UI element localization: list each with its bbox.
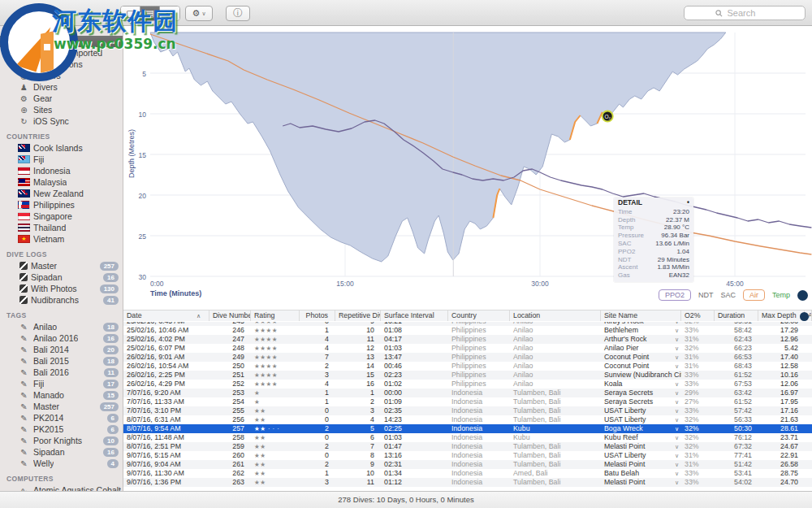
sidebar-item-cook-islands[interactable]: Cook Islands: [0, 142, 123, 154]
sidebar-item-master[interactable]: Master257: [0, 260, 123, 271]
sidebar-item-philippines[interactable]: Philippines: [0, 199, 123, 211]
chevron-down-icon[interactable]: ∨: [675, 424, 679, 433]
sidebar-item-bali-2014[interactable]: ✎Bali 201420: [0, 344, 123, 355]
sidebar-item-gear[interactable]: ⚙Gear: [0, 93, 123, 104]
sidebar-item-malaysia[interactable]: Malaysia: [0, 176, 123, 188]
column-header-country[interactable]: Country: [448, 310, 510, 321]
column-header-duration[interactable]: Duration: [715, 310, 758, 321]
sidebar-item-bali-2016[interactable]: ✎Bali 201611: [0, 367, 123, 378]
sidebar-item-dives[interactable]: ⚑Dives: [0, 36, 123, 47]
sidebar-item-fiji[interactable]: Fiji: [0, 154, 123, 165]
table-row-dive-259[interactable]: 8/07/16, 2:51 PM259★★2701:47IndonesiaTul…: [123, 442, 812, 451]
chevron-down-icon[interactable]: ∨: [675, 406, 679, 415]
chevron-down-icon[interactable]: ∨: [675, 326, 679, 335]
chevron-down-icon[interactable]: ∨: [675, 433, 679, 442]
table-row-dive-263[interactable]: 9/07/16, 1:36 PM263★★31101:12IndonesiaTu…: [123, 478, 812, 487]
table-row-dive-249[interactable]: 26/02/16, 9:01 AM249★★★★71313:47Philippi…: [123, 353, 812, 362]
column-header-max-depth[interactable]: Max Depth: [758, 310, 805, 321]
sidebar-item-vietnam[interactable]: Vietnam: [0, 233, 123, 245]
chart-toggle-sac[interactable]: SAC: [720, 291, 736, 299]
table-row-dive-252[interactable]: 26/02/16, 4:29 PM252★★★★41601:02Philippi…: [123, 380, 812, 389]
sidebar-item-pk2015[interactable]: ✎PK20156: [0, 423, 123, 435]
sidebar-item-recently-imported[interactable]: ◔Recently Imported: [0, 47, 123, 59]
chevron-down-icon[interactable]: ∨: [675, 451, 679, 460]
table-row-dive-258[interactable]: 8/07/16, 11:48 AM258★★0601:03IndonesiaKu…: [123, 433, 812, 442]
sidebar-item-with-photos[interactable]: With Photos130: [0, 283, 123, 294]
chart-toggle-ppo2[interactable]: PPO2: [659, 289, 691, 301]
chevron-down-icon[interactable]: ∨: [675, 380, 679, 389]
sidebar-item-sipadan[interactable]: ✎Sipadan16: [0, 446, 123, 458]
sidebar-item-anilao-2016[interactable]: ✎Anilao 201616: [0, 332, 123, 344]
column-header-date[interactable]: Date∧: [123, 310, 209, 321]
sidebar-item-poor-knights[interactable]: ✎Poor Knights10: [0, 435, 123, 446]
column-header-o2[interactable]: O2%: [681, 310, 715, 321]
sidebar-item-certifications[interactable]: ▤Certifications: [0, 59, 123, 70]
count-badge: 10: [103, 436, 119, 445]
table-row-dive-251[interactable]: 26/02/16, 2:25 PM251★★★★31502:23Philippi…: [123, 371, 812, 380]
chevron-down-icon[interactable]: ∨: [675, 442, 679, 451]
sidebar-item-pk2014[interactable]: ✎PK20146: [0, 412, 123, 423]
chevron-down-icon[interactable]: ∨: [675, 397, 679, 406]
card-view-button[interactable]: ▢: [121, 7, 140, 20]
chevron-down-icon[interactable]: ∨: [675, 344, 679, 353]
table-row-dive-255[interactable]: 7/07/16, 3:10 PM255★★0302:35IndonesiaTul…: [123, 406, 812, 415]
sidebar-item-singapore[interactable]: Singapore: [0, 211, 123, 222]
table-row-dive-261[interactable]: 9/07/16, 9:04 AM261★★2902:31IndonesiaTul…: [123, 460, 812, 469]
chevron-down-icon[interactable]: ∨: [675, 362, 679, 371]
chevron-down-icon[interactable]: ∨: [675, 353, 679, 362]
gear-menu-button[interactable]: ⚙∨: [185, 6, 213, 21]
column-header-site-name[interactable]: Site Name: [601, 310, 681, 321]
table-row-dive-250[interactable]: 26/02/16, 10:54 AM250★★★★21400:46Philipp…: [123, 362, 812, 371]
column-header-surface-interval[interactable]: Surface Interval: [381, 310, 448, 321]
chevron-down-icon[interactable]: ∨: [675, 335, 679, 344]
chart-toggle-ndt[interactable]: NDT: [698, 291, 714, 299]
table-row-dive-253[interactable]: 7/07/16, 9:20 AM253★1100:00IndonesiaTula…: [123, 389, 812, 397]
table-row-dive-256[interactable]: 8/07/16, 6:31 AM256★★0414:23IndonesiaTul…: [123, 415, 812, 424]
sidebar-item-atomic-aquatics-cobalt[interactable]: ∿Atomic Aquatics Cobalt: [0, 484, 123, 491]
column-header-repetitive-dive[interactable]: Repetitive Dive: [335, 310, 381, 321]
table-row-dive-254[interactable]: 7/07/16, 11:33 AM254★1201:09IndonesiaTul…: [123, 397, 812, 406]
chevron-down-icon[interactable]: ∨: [675, 469, 679, 478]
table-row-dive-260[interactable]: 9/07/16, 5:15 AM260★★0813:16IndonesiaTul…: [123, 451, 812, 460]
sidebar-item-anilao[interactable]: ✎Anilao18: [0, 321, 123, 332]
chart-toggle-temp[interactable]: Temp: [772, 291, 790, 299]
chevron-down-icon[interactable]: ∨: [675, 389, 679, 397]
cell-rating: ★★★★: [251, 371, 300, 380]
column-header-photos[interactable]: Photos: [300, 310, 335, 321]
column-header-location[interactable]: Location: [510, 310, 601, 321]
sidebar-item-ios-sync[interactable]: ↻iOS Sync: [0, 115, 123, 127]
table-row-dive-262[interactable]: 9/07/16, 11:30 AM262★★11001:34IndonesiaA…: [123, 469, 812, 478]
dive-profile-chart[interactable]: O₂ Depth (Metres) 510152025300:0015:0030…: [123, 26, 812, 310]
chart-options-button[interactable]: [797, 290, 808, 301]
table-row-dive-247[interactable]: 25/02/16, 4:02 PM247★★★★41104:17Philippi…: [123, 335, 812, 344]
sidebar-item-thailand[interactable]: Thailand: [0, 222, 123, 233]
table-row-dive-257[interactable]: 8/07/16, 9:54 AM257★★ · · ·2502:25Indone…: [123, 424, 812, 433]
sidebar-item-divers[interactable]: ♟Divers: [0, 81, 123, 93]
chevron-down-icon[interactable]: ∨: [675, 478, 679, 487]
sidebar-item-new-zealand[interactable]: New Zealand: [0, 188, 123, 199]
column-header-dive-number[interactable]: Dive Number: [209, 310, 251, 321]
sidebar-item-sipadan[interactable]: Sipadan16: [0, 271, 123, 283]
sidebar-item-bali-2015[interactable]: ✎Bali 201518: [0, 355, 123, 367]
cell-repetitive-dive: 4: [335, 415, 381, 424]
sidebar-item-sites[interactable]: ⊕Sites: [0, 104, 123, 115]
sidebar-item-critters[interactable]: ◉Critters: [0, 70, 123, 81]
table-row-dive-246[interactable]: 25/02/16, 10:46 AM246★★★★11001:08Philipp…: [123, 326, 812, 335]
column-header-rating[interactable]: Rating: [251, 310, 300, 321]
sidebar-item-fiji[interactable]: ✎Fiji17: [0, 378, 123, 389]
chart-view-button[interactable]: ▨: [160, 7, 179, 20]
sidebar-item-welly[interactable]: ✎Welly4: [0, 458, 123, 469]
sidebar-item-master[interactable]: ✎Master257: [0, 401, 123, 412]
chart-toggle-air[interactable]: Air: [743, 289, 765, 301]
sidebar-item-manado[interactable]: ✎Manado15: [0, 389, 123, 401]
chevron-down-icon[interactable]: ∨: [675, 415, 679, 424]
sidebar-item-indonesia[interactable]: Indonesia: [0, 165, 123, 176]
info-button[interactable]: ⓘ: [226, 6, 250, 21]
sidebar-item-nudibranchs[interactable]: Nudibranchs41: [0, 294, 123, 306]
table-row-dive-248[interactable]: 25/02/16, 6:07 PM248★★★★41201:03Philippi…: [123, 344, 812, 353]
table-options-button[interactable]: [800, 312, 809, 321]
search-field[interactable]: [684, 6, 806, 20]
table-view-button[interactable]: ▤: [140, 7, 160, 20]
search-input[interactable]: [726, 7, 775, 19]
chevron-down-icon[interactable]: ∨: [675, 460, 679, 469]
